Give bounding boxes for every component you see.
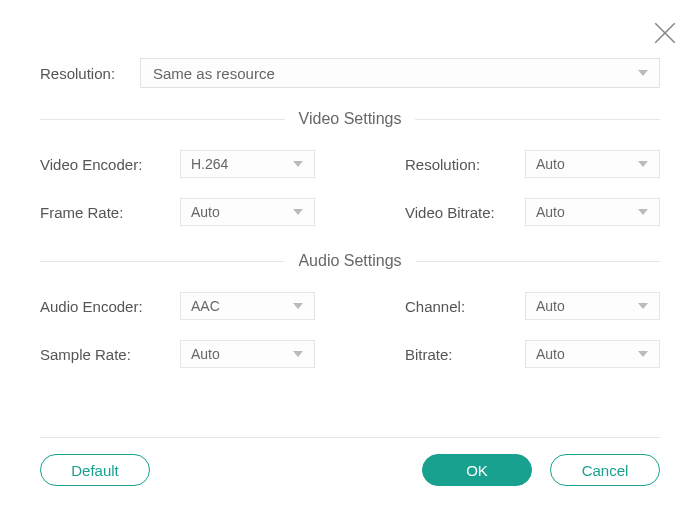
video-encoder-value: H.264 [191, 156, 228, 172]
audio-bitrate-select[interactable]: Auto [525, 340, 660, 368]
audio-bitrate-label: Bitrate: [405, 346, 525, 363]
video-settings-grid: Video Encoder: H.264 Resolution: Auto Fr… [40, 150, 660, 226]
channel-label: Channel: [405, 298, 525, 315]
top-resolution-select[interactable]: Same as resource [140, 58, 660, 88]
svg-marker-2 [638, 70, 648, 76]
audio-settings-grid: Audio Encoder: AAC Channel: Auto Sample … [40, 292, 660, 368]
video-settings-title: Video Settings [285, 110, 416, 128]
footer-divider [40, 437, 660, 438]
channel-value: Auto [536, 298, 565, 314]
video-resolution-select[interactable]: Auto [525, 150, 660, 178]
video-bitrate-label: Video Bitrate: [405, 204, 525, 221]
audio-settings-title: Audio Settings [284, 252, 415, 270]
footer: Default OK Cancel [40, 454, 660, 486]
top-resolution-value: Same as resource [153, 65, 275, 82]
frame-rate-select[interactable]: Auto [180, 198, 315, 226]
chevron-down-icon [637, 302, 649, 310]
audio-encoder-select[interactable]: AAC [180, 292, 315, 320]
video-encoder-select[interactable]: H.264 [180, 150, 315, 178]
close-button[interactable] [652, 20, 678, 46]
chevron-down-icon [637, 160, 649, 168]
video-bitrate-select[interactable]: Auto [525, 198, 660, 226]
chevron-down-icon [637, 69, 649, 77]
svg-marker-9 [293, 351, 303, 357]
video-bitrate-value: Auto [536, 204, 565, 220]
audio-bitrate-value: Auto [536, 346, 565, 362]
video-resolution-label: Resolution: [405, 156, 525, 173]
video-resolution-value: Auto [536, 156, 565, 172]
svg-marker-7 [293, 303, 303, 309]
chevron-down-icon [292, 350, 304, 358]
sample-rate-label: Sample Rate: [40, 346, 180, 363]
ok-button[interactable]: OK [422, 454, 532, 486]
svg-marker-4 [638, 161, 648, 167]
svg-marker-3 [293, 161, 303, 167]
video-settings-header: Video Settings [40, 110, 660, 128]
chevron-down-icon [292, 160, 304, 168]
chevron-down-icon [637, 208, 649, 216]
audio-encoder-label: Audio Encoder: [40, 298, 180, 315]
svg-marker-10 [638, 351, 648, 357]
cancel-button[interactable]: Cancel [550, 454, 660, 486]
top-resolution-label: Resolution: [40, 65, 140, 82]
audio-settings-header: Audio Settings [40, 252, 660, 270]
svg-marker-6 [638, 209, 648, 215]
frame-rate-label: Frame Rate: [40, 204, 180, 221]
svg-marker-5 [293, 209, 303, 215]
chevron-down-icon [637, 350, 649, 358]
chevron-down-icon [292, 208, 304, 216]
frame-rate-value: Auto [191, 204, 220, 220]
svg-marker-8 [638, 303, 648, 309]
sample-rate-select[interactable]: Auto [180, 340, 315, 368]
audio-encoder-value: AAC [191, 298, 220, 314]
close-icon [652, 20, 678, 46]
video-encoder-label: Video Encoder: [40, 156, 180, 173]
channel-select[interactable]: Auto [525, 292, 660, 320]
default-button[interactable]: Default [40, 454, 150, 486]
sample-rate-value: Auto [191, 346, 220, 362]
chevron-down-icon [292, 302, 304, 310]
